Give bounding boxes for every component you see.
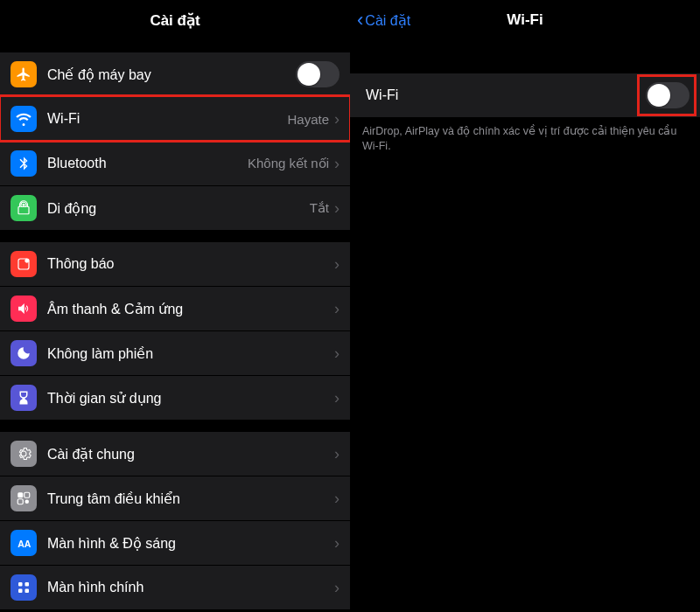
settings-group: Thông báo›Âm thanh & Cảm ứng›Không làm p… [0, 242, 350, 420]
row-wifi[interactable]: Wi-FiHayate› [0, 96, 350, 141]
screentime-icon [10, 385, 37, 411]
back-button[interactable]: ‹ Cài đặt [357, 10, 410, 30]
chevron-right-icon: › [334, 110, 340, 129]
settings-group: Chế độ máy bayWi-FiHayate›BluetoothKhông… [0, 52, 350, 230]
row-notifications[interactable]: Thông báo› [0, 242, 350, 286]
row-home[interactable]: Màn hình chính› [0, 565, 350, 609]
row-sounds[interactable]: Âm thanh & Cảm ứng› [0, 286, 350, 330]
navbar-left: Cài đặt [0, 0, 350, 40]
wifi-toggle[interactable] [646, 82, 690, 108]
svg-rect-10 [18, 589, 23, 594]
svg-rect-3 [18, 492, 23, 497]
notifications-icon [10, 251, 37, 277]
row-label: Cài đặt chung [47, 446, 334, 462]
row-label: Thông báo [47, 256, 334, 272]
svg-rect-9 [25, 582, 30, 587]
settings-list[interactable]: Chế độ máy bayWi-FiHayate›BluetoothKhông… [0, 40, 350, 609]
svg-rect-4 [24, 492, 30, 497]
airplane-toggle[interactable] [296, 61, 340, 87]
svg-point-2 [24, 259, 29, 263]
dnd-icon [10, 340, 37, 366]
row-screentime[interactable]: Thời gian sử dụng› [0, 375, 350, 420]
row-label: Bluetooth [47, 156, 248, 171]
row-display[interactable]: AAMàn hình & Độ sáng› [0, 520, 350, 565]
row-dnd[interactable]: Không làm phiền› [0, 330, 350, 375]
wifi-master-row[interactable]: Wi-Fi [350, 73, 700, 117]
navbar-right: ‹ Cài đặt Wi-Fi [350, 0, 700, 40]
chevron-right-icon: › [334, 579, 340, 597]
row-label: Không làm phiền [47, 345, 334, 362]
wifi-detail-pane: ‹ Cài đặt Wi-Fi Wi-Fi AirDrop, AirPlay v… [350, 0, 700, 612]
chevron-right-icon: › [334, 300, 340, 318]
chevron-right-icon: › [334, 490, 340, 508]
row-value: Hayate [287, 112, 329, 127]
chevron-right-icon: › [334, 534, 340, 553]
row-value: Không kết nối [248, 156, 329, 171]
row-label: Di động [47, 200, 310, 217]
svg-rect-5 [18, 499, 23, 504]
chevron-right-icon: › [334, 199, 340, 218]
chevron-left-icon: ‹ [357, 10, 363, 30]
sounds-icon [10, 296, 37, 322]
airplane-icon [10, 61, 37, 87]
wifi-toggle-label: Wi-Fi [366, 87, 646, 103]
row-controlcenter[interactable]: Trung tâm điều khiển› [0, 476, 350, 520]
page-title: Cài đặt [150, 11, 200, 30]
chevron-right-icon: › [334, 344, 340, 363]
row-label: Âm thanh & Cảm ứng [47, 301, 334, 317]
wifi-icon [10, 106, 37, 132]
row-label: Wi-Fi [47, 111, 287, 127]
row-general[interactable]: Cài đặt chung› [0, 432, 350, 476]
svg-rect-11 [25, 589, 30, 594]
chevron-right-icon: › [334, 445, 340, 463]
row-label: Màn hình & Độ sáng [47, 535, 334, 552]
row-label: Màn hình chính [47, 580, 334, 595]
settings-root-pane: Cài đặt Chế độ máy bayWi-FiHayate›Blueto… [0, 0, 350, 612]
row-value: Tắt [310, 200, 329, 216]
bluetooth-icon [10, 150, 37, 177]
settings-group: Cài đặt chung›Trung tâm điều khiển›AAMàn… [0, 432, 350, 609]
cellular-icon [10, 195, 37, 221]
toggle-knob [648, 84, 670, 107]
row-airplane[interactable]: Chế độ máy bay [0, 52, 350, 96]
chevron-right-icon: › [334, 255, 340, 274]
row-label: Trung tâm điều khiển [47, 490, 334, 507]
chevron-right-icon: › [334, 155, 340, 173]
toggle-knob [298, 63, 320, 86]
svg-point-6 [25, 500, 30, 504]
controlcenter-icon [10, 485, 37, 511]
svg-text:AA: AA [18, 539, 32, 549]
row-bluetooth[interactable]: BluetoothKhông kết nối› [0, 141, 350, 185]
svg-rect-8 [18, 582, 23, 587]
row-label: Thời gian sử dụng [47, 390, 334, 407]
display-icon: AA [10, 530, 37, 556]
wifi-footer-note: AirDrop, AirPlay và độ chính xác về vị t… [350, 117, 700, 154]
svg-point-0 [23, 204, 25, 206]
chevron-right-icon: › [334, 389, 340, 407]
general-icon [10, 441, 37, 467]
home-icon [10, 574, 37, 601]
page-title: Wi-Fi [507, 11, 542, 29]
row-cellular[interactable]: Di độngTắt› [0, 185, 350, 230]
row-label: Chế độ máy bay [47, 66, 296, 83]
back-label: Cài đặt [365, 12, 410, 29]
wifi-toggle-group: Wi-Fi [350, 73, 700, 117]
